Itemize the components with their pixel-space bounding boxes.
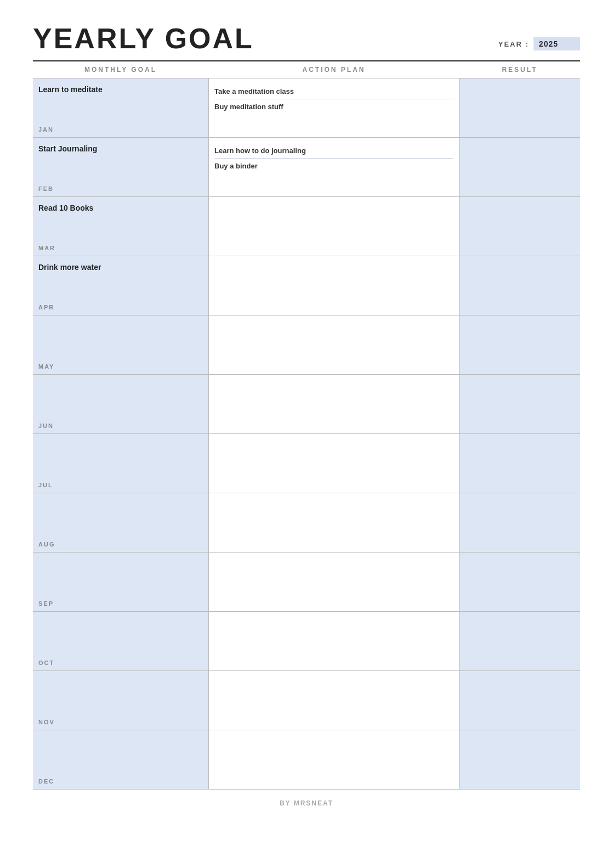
col-result: RESULT [459, 66, 580, 74]
monthly-goal-cell-oct: OCT [33, 612, 208, 670]
month-label: JAN [38, 126, 54, 133]
monthly-goal-cell-mar: Read 10 BooksMAR [33, 197, 208, 256]
months-table: Learn to meditateJANTake a meditation cl… [33, 78, 580, 790]
result-cell-jan[interactable] [459, 78, 580, 137]
action-item: Buy a binder [214, 159, 453, 173]
monthly-goal-cell-jul: JUL [33, 434, 208, 493]
result-cell-dec[interactable] [459, 730, 580, 789]
monthly-goal-cell-apr: Drink more waterAPR [33, 256, 208, 315]
footer: BY MRSNEAT [33, 799, 580, 807]
year-value: 2025 [533, 37, 580, 50]
result-cell-jul[interactable] [459, 434, 580, 493]
table-row: Learn to meditateJANTake a meditation cl… [33, 78, 580, 138]
col-action-plan: ACTION PLAN [208, 66, 459, 74]
result-cell-nov[interactable] [459, 671, 580, 730]
monthly-goal-cell-may: MAY [33, 315, 208, 374]
table-row: OCT [33, 612, 580, 671]
table-row: Drink more waterAPR [33, 256, 580, 315]
monthly-goal-cell-jan: Learn to meditateJAN [33, 78, 208, 137]
monthly-goal-cell-dec: DEC [33, 730, 208, 789]
action-item: Buy meditation stuff [214, 99, 453, 114]
action-plan-cell-mar [208, 197, 459, 256]
action-item: Take a meditation class [214, 84, 453, 99]
table-row: SEP [33, 553, 580, 612]
table-row: JUN [33, 375, 580, 434]
month-label: MAY [38, 363, 54, 370]
action-plan-cell-jan: Take a meditation classBuy meditation st… [208, 78, 459, 137]
result-cell-jun[interactable] [459, 375, 580, 433]
monthly-goal-cell-feb: Start JournalingFEB [33, 138, 208, 196]
result-cell-may[interactable] [459, 315, 580, 374]
monthly-goal-cell-nov: NOV [33, 671, 208, 730]
month-label: AUG [38, 541, 55, 548]
table-row: Read 10 BooksMAR [33, 197, 580, 256]
monthly-goal-cell-jun: JUN [33, 375, 208, 433]
month-label: APR [38, 304, 54, 311]
page-header: YEARLY GOAL YEAR : 2025 [33, 22, 580, 55]
result-cell-apr[interactable] [459, 256, 580, 315]
action-plan-cell-sep [208, 553, 459, 611]
action-plan-cell-oct [208, 612, 459, 670]
month-label: SEP [38, 600, 54, 607]
month-label: FEB [38, 185, 54, 192]
result-cell-aug[interactable] [459, 493, 580, 552]
table-row: NOV [33, 671, 580, 730]
year-block: YEAR : 2025 [498, 37, 580, 50]
table-row: Start JournalingFEBLearn how to do journ… [33, 138, 580, 197]
action-plan-cell-jun [208, 375, 459, 433]
result-cell-oct[interactable] [459, 612, 580, 670]
month-label: NOV [38, 719, 55, 725]
month-label: MAR [38, 245, 55, 251]
action-item: Learn how to do journaling [214, 143, 453, 159]
goal-text: Learn to meditate [38, 84, 203, 94]
action-plan-cell-aug [208, 493, 459, 552]
table-row: AUG [33, 493, 580, 553]
table-row: DEC [33, 730, 580, 790]
action-plan-cell-jul [208, 434, 459, 493]
goal-text: Drink more water [38, 262, 203, 272]
action-plan-cell-feb: Learn how to do journalingBuy a binder [208, 138, 459, 196]
result-cell-feb[interactable] [459, 138, 580, 196]
goal-text: Start Journaling [38, 143, 203, 153]
table-row: MAY [33, 315, 580, 375]
table-row: JUL [33, 434, 580, 493]
result-cell-mar[interactable] [459, 197, 580, 256]
goal-text: Read 10 Books [38, 202, 203, 212]
monthly-goal-cell-sep: SEP [33, 553, 208, 611]
action-plan-cell-dec [208, 730, 459, 789]
action-plan-cell-may [208, 315, 459, 374]
month-label: OCT [38, 660, 54, 666]
action-plan-cell-apr [208, 256, 459, 315]
col-monthly-goal: MONTHLY GOAL [33, 66, 208, 74]
action-plan-cell-nov [208, 671, 459, 730]
page-title: YEARLY GOAL [33, 22, 254, 55]
month-label: DEC [38, 778, 54, 785]
month-label: JUL [38, 482, 53, 488]
result-cell-sep[interactable] [459, 553, 580, 611]
column-headers: MONTHLY GOAL ACTION PLAN RESULT [33, 61, 580, 78]
monthly-goal-cell-aug: AUG [33, 493, 208, 552]
year-label: YEAR : [498, 40, 529, 48]
month-label: JUN [38, 422, 54, 429]
